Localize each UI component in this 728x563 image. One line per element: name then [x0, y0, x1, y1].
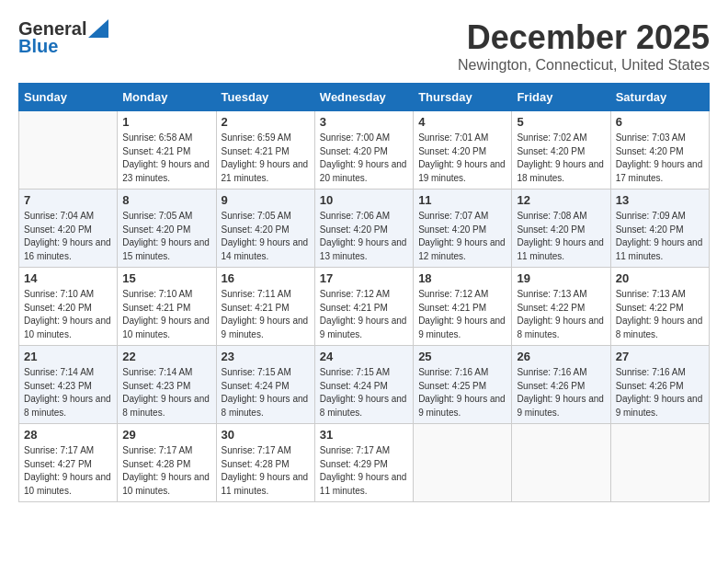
- day-number: 28: [24, 428, 112, 442]
- column-header-wednesday: Wednesday: [314, 84, 413, 111]
- day-number: 29: [122, 428, 210, 442]
- calendar-cell: 30Sunrise: 7:17 AMSunset: 4:28 PMDayligh…: [216, 424, 314, 502]
- location: Newington, Connecticut, United States: [458, 57, 710, 74]
- day-info: Sunrise: 7:10 AMSunset: 4:21 PMDaylight:…: [122, 288, 210, 341]
- day-info: Sunrise: 7:13 AMSunset: 4:22 PMDaylight:…: [517, 288, 605, 341]
- day-number: 23: [222, 350, 310, 363]
- calendar-cell: 4Sunrise: 7:01 AMSunset: 4:20 PMDaylight…: [414, 111, 512, 190]
- day-info: Sunrise: 7:13 AMSunset: 4:22 PMDaylight:…: [616, 288, 704, 341]
- day-number: 15: [122, 271, 210, 285]
- day-info: Sunrise: 7:14 AMSunset: 4:23 PMDaylight:…: [122, 366, 210, 419]
- day-info: Sunrise: 7:14 AMSunset: 4:23 PMDaylight:…: [24, 366, 112, 419]
- day-info: Sunrise: 7:11 AMSunset: 4:21 PMDaylight:…: [222, 288, 310, 341]
- calendar-cell: 29Sunrise: 7:17 AMSunset: 4:28 PMDayligh…: [118, 424, 216, 502]
- calendar-cell: 12Sunrise: 7:08 AMSunset: 4:20 PMDayligh…: [512, 190, 610, 268]
- day-info: Sunrise: 7:02 AMSunset: 4:20 PMDaylight:…: [517, 132, 605, 185]
- day-info: Sunrise: 7:17 AMSunset: 4:28 PMDaylight:…: [122, 444, 210, 498]
- logo: General Blue: [18, 18, 108, 57]
- calendar-cell: 7Sunrise: 7:04 AMSunset: 4:20 PMDaylight…: [19, 190, 118, 268]
- calendar-cell: 6Sunrise: 7:03 AMSunset: 4:20 PMDaylight…: [610, 111, 709, 190]
- calendar-cell: [610, 424, 709, 502]
- day-number: 14: [24, 271, 112, 285]
- calendar-cell: 26Sunrise: 7:16 AMSunset: 4:26 PMDayligh…: [512, 346, 610, 424]
- day-number: 3: [320, 115, 408, 129]
- day-info: Sunrise: 7:10 AMSunset: 4:20 PMDaylight:…: [24, 288, 112, 341]
- day-number: 26: [517, 350, 605, 363]
- calendar-cell: 15Sunrise: 7:10 AMSunset: 4:21 PMDayligh…: [118, 268, 216, 346]
- calendar-cell: 5Sunrise: 7:02 AMSunset: 4:20 PMDaylight…: [512, 111, 610, 190]
- calendar-cell: 27Sunrise: 7:16 AMSunset: 4:26 PMDayligh…: [610, 346, 709, 424]
- day-number: 10: [320, 193, 408, 207]
- calendar-cell: 31Sunrise: 7:17 AMSunset: 4:29 PMDayligh…: [314, 424, 413, 502]
- day-info: Sunrise: 7:16 AMSunset: 4:26 PMDaylight:…: [517, 366, 605, 419]
- calendar-cell: 16Sunrise: 7:11 AMSunset: 4:21 PMDayligh…: [216, 268, 314, 346]
- calendar-cell: [414, 424, 512, 502]
- day-number: 21: [24, 350, 112, 363]
- calendar-cell: 10Sunrise: 7:06 AMSunset: 4:20 PMDayligh…: [314, 190, 413, 268]
- column-header-thursday: Thursday: [414, 84, 512, 111]
- day-info: Sunrise: 7:05 AMSunset: 4:20 PMDaylight:…: [122, 210, 210, 263]
- day-info: Sunrise: 6:58 AMSunset: 4:21 PMDaylight:…: [122, 132, 210, 185]
- month-title: December 2025: [458, 18, 710, 57]
- calendar-cell: 17Sunrise: 7:12 AMSunset: 4:21 PMDayligh…: [314, 268, 413, 346]
- calendar-cell: 18Sunrise: 7:12 AMSunset: 4:21 PMDayligh…: [414, 268, 512, 346]
- day-number: 22: [122, 350, 210, 363]
- day-number: 9: [222, 193, 310, 207]
- day-number: 4: [418, 115, 506, 129]
- day-info: Sunrise: 7:15 AMSunset: 4:24 PMDaylight:…: [320, 366, 408, 419]
- column-header-monday: Monday: [118, 84, 216, 111]
- day-info: Sunrise: 7:16 AMSunset: 4:26 PMDaylight:…: [616, 366, 704, 419]
- logo-blue: Blue: [18, 36, 58, 57]
- day-info: Sunrise: 7:01 AMSunset: 4:20 PMDaylight:…: [418, 132, 506, 185]
- day-number: 11: [418, 193, 506, 207]
- day-number: 6: [616, 115, 704, 129]
- day-info: Sunrise: 6:59 AMSunset: 4:21 PMDaylight:…: [222, 132, 310, 185]
- calendar-cell: 28Sunrise: 7:17 AMSunset: 4:27 PMDayligh…: [19, 424, 118, 502]
- calendar-cell: 21Sunrise: 7:14 AMSunset: 4:23 PMDayligh…: [19, 346, 118, 424]
- calendar-cell: 25Sunrise: 7:16 AMSunset: 4:25 PMDayligh…: [414, 346, 512, 424]
- column-header-saturday: Saturday: [610, 84, 709, 111]
- day-number: 20: [616, 271, 704, 285]
- day-info: Sunrise: 7:12 AMSunset: 4:21 PMDaylight:…: [418, 288, 506, 341]
- day-number: 31: [320, 428, 408, 442]
- day-number: 18: [418, 271, 506, 285]
- day-number: 16: [222, 271, 310, 285]
- day-number: 30: [222, 428, 310, 442]
- column-header-friday: Friday: [512, 84, 610, 111]
- calendar-cell: [512, 424, 610, 502]
- day-number: 17: [320, 271, 408, 285]
- day-info: Sunrise: 7:06 AMSunset: 4:20 PMDaylight:…: [320, 210, 408, 263]
- day-info: Sunrise: 7:00 AMSunset: 4:20 PMDaylight:…: [320, 132, 408, 185]
- day-info: Sunrise: 7:07 AMSunset: 4:20 PMDaylight:…: [418, 210, 506, 263]
- title-block: December 2025 Newington, Connecticut, Un…: [458, 18, 710, 74]
- page-header: General Blue December 2025 Newington, Co…: [18, 18, 710, 74]
- day-number: 27: [616, 350, 704, 363]
- day-info: Sunrise: 7:09 AMSunset: 4:20 PMDaylight:…: [616, 210, 704, 263]
- calendar-cell: 23Sunrise: 7:15 AMSunset: 4:24 PMDayligh…: [216, 346, 314, 424]
- column-header-tuesday: Tuesday: [216, 84, 314, 111]
- day-number: 1: [122, 115, 210, 129]
- day-number: 7: [24, 193, 112, 207]
- calendar-cell: 24Sunrise: 7:15 AMSunset: 4:24 PMDayligh…: [314, 346, 413, 424]
- calendar-cell: 11Sunrise: 7:07 AMSunset: 4:20 PMDayligh…: [414, 190, 512, 268]
- day-info: Sunrise: 7:04 AMSunset: 4:20 PMDaylight:…: [24, 210, 112, 263]
- calendar-cell: 19Sunrise: 7:13 AMSunset: 4:22 PMDayligh…: [512, 268, 610, 346]
- calendar-table: SundayMondayTuesdayWednesdayThursdayFrid…: [18, 83, 710, 502]
- day-number: 12: [517, 193, 605, 207]
- day-number: 24: [320, 350, 408, 363]
- day-info: Sunrise: 7:12 AMSunset: 4:21 PMDaylight:…: [320, 288, 408, 341]
- day-info: Sunrise: 7:17 AMSunset: 4:29 PMDaylight:…: [320, 444, 408, 498]
- calendar-cell: 22Sunrise: 7:14 AMSunset: 4:23 PMDayligh…: [118, 346, 216, 424]
- day-number: 13: [616, 193, 704, 207]
- day-info: Sunrise: 7:08 AMSunset: 4:20 PMDaylight:…: [517, 210, 605, 263]
- day-number: 5: [517, 115, 605, 129]
- calendar-cell: 9Sunrise: 7:05 AMSunset: 4:20 PMDaylight…: [216, 190, 314, 268]
- day-number: 25: [418, 350, 506, 363]
- day-number: 19: [517, 271, 605, 285]
- svg-marker-0: [88, 19, 108, 38]
- day-number: 8: [122, 193, 210, 207]
- day-info: Sunrise: 7:17 AMSunset: 4:27 PMDaylight:…: [24, 444, 112, 498]
- day-info: Sunrise: 7:05 AMSunset: 4:20 PMDaylight:…: [222, 210, 310, 263]
- calendar-cell: 13Sunrise: 7:09 AMSunset: 4:20 PMDayligh…: [610, 190, 709, 268]
- calendar-cell: 20Sunrise: 7:13 AMSunset: 4:22 PMDayligh…: [610, 268, 709, 346]
